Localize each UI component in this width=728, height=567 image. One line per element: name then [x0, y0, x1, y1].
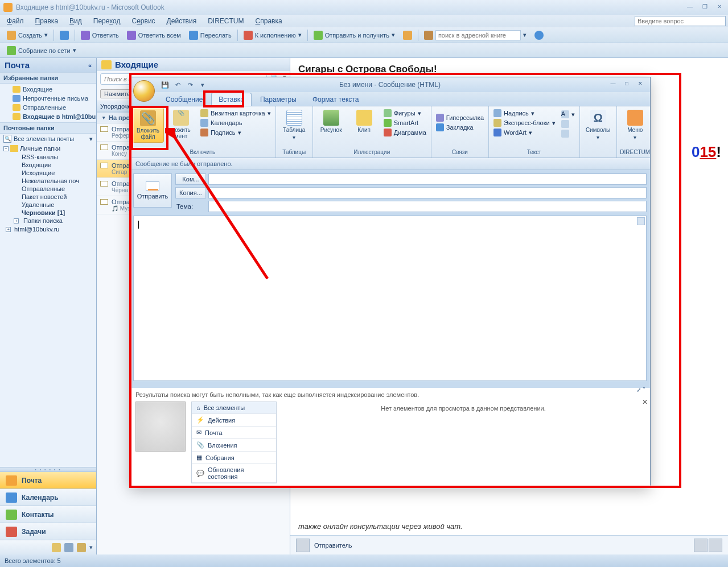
tree-junk[interactable]: Нежелательная поч [0, 177, 96, 185]
quickparts-button[interactable]: Экспресс-блоки ▾ [491, 118, 558, 127]
menu-edit[interactable]: Правка [31, 16, 63, 26]
people-tab-mail[interactable]: ✉Почта [192, 427, 276, 439]
people-tab-all[interactable]: ⌂Все элементы [192, 402, 276, 414]
hyperlink-button[interactable]: Гиперссылка [434, 113, 486, 122]
create-button[interactable]: Создать ▾ [3, 30, 51, 41]
tree-outbox[interactable]: Исходящие [0, 169, 96, 177]
send-button[interactable]: Отправить [133, 173, 172, 208]
bizcard-button[interactable]: Визитная карточка ▾ [198, 109, 273, 118]
chart-button[interactable]: Диаграмма [381, 128, 429, 137]
nav-contacts[interactable]: Контакты [0, 506, 96, 523]
shapes-button[interactable]: Фигуры ▾ [381, 109, 429, 118]
menu-service[interactable]: Сервис [127, 16, 159, 26]
fav-account-inbox[interactable]: Входящие в html@10buk [0, 112, 96, 121]
to-button[interactable]: Ком... [175, 173, 206, 185]
all-mail-items[interactable]: 🔍Все элементы почты▾ [0, 134, 96, 144]
to-input[interactable] [208, 173, 647, 185]
tree-deleted[interactable]: Удаленные [0, 201, 96, 209]
menu-view[interactable]: Вид [65, 16, 87, 26]
menu-help[interactable]: Справка [251, 16, 287, 26]
tree-drafts[interactable]: Черновики [1] [0, 209, 96, 217]
netmeeting-button[interactable]: Собрание по сети ▾ [3, 45, 80, 56]
address-search-input[interactable] [435, 30, 521, 40]
tree-account[interactable]: +html@10bukv.ru [0, 225, 96, 234]
forward-button[interactable]: Переслать [186, 30, 235, 41]
nav-splitter[interactable]: • • • • • • [0, 467, 96, 471]
picture-button[interactable]: Рисунок [315, 107, 347, 135]
people-tab-actions[interactable]: ⚡Действия [192, 414, 276, 427]
menu-directum[interactable]: DIRECTUM [203, 16, 248, 26]
clip-button[interactable]: Клип [348, 107, 380, 135]
restore-button[interactable]: ❐ [700, 3, 710, 11]
dropcap-button[interactable]: A▾ [559, 110, 577, 119]
nav-shortcuts-icon[interactable] [77, 543, 86, 552]
tree-search-folders[interactable]: +Папки поиска [0, 217, 96, 225]
qa-redo-icon[interactable]: ↷ [184, 79, 196, 90]
directum-menu-button[interactable]: Меню ▾ [619, 107, 651, 143]
nav-mail[interactable]: Почта [0, 471, 96, 489]
close-button[interactable]: ✕ [714, 3, 725, 11]
object-button[interactable] [559, 129, 577, 138]
qa-save-icon[interactable]: 💾 [159, 79, 171, 90]
subject-input[interactable] [208, 201, 647, 212]
print-button[interactable] [56, 30, 72, 41]
bookmark-button[interactable]: Закладка [434, 123, 486, 132]
reply-all-button[interactable]: Ответить всем [124, 30, 184, 41]
people-icon[interactable] [709, 539, 722, 552]
calendar-button[interactable]: Календарь [198, 118, 273, 127]
tab-params[interactable]: Параметры [253, 93, 304, 106]
help-button[interactable] [531, 30, 547, 41]
followup-button[interactable]: К исполнению ▾ [240, 30, 305, 41]
compose-close-button[interactable]: ✕ [634, 81, 647, 89]
reply-button[interactable]: Ответить [77, 30, 122, 41]
expand-people-pane-icon[interactable]: ⤢ ˅ [636, 387, 645, 393]
compose-minimize-button[interactable]: — [607, 81, 619, 89]
office-button[interactable] [133, 80, 155, 102]
question-input[interactable] [635, 16, 726, 26]
symbols-button[interactable]: ΩСимволы ▾ [582, 107, 614, 143]
cc-button[interactable]: Копия... [175, 187, 206, 198]
collapse-nav-icon[interactable]: « [88, 62, 92, 69]
datetime-button[interactable] [559, 119, 577, 129]
people-tab-attachments[interactable]: 📎Вложения [192, 439, 276, 452]
nav-configure-icon[interactable]: ▾ [89, 544, 93, 551]
cc-input[interactable] [208, 187, 647, 198]
people-tab-meetings[interactable]: ▦Собрания [192, 452, 276, 464]
people-tab-status[interactable]: 💬Обновления состояния [192, 464, 276, 483]
fav-inbox[interactable]: Входящие [0, 85, 96, 94]
compose-maximize-button[interactable]: □ [620, 81, 633, 89]
send-receive-button[interactable]: Отправить и получить ▾ [310, 30, 398, 41]
tree-rss[interactable]: RSS-каналы [0, 153, 96, 161]
sync-button[interactable] [400, 30, 416, 41]
tree-personal-folders[interactable]: −Личные папки [0, 144, 96, 153]
people-icon[interactable] [694, 539, 708, 552]
menu-actions[interactable]: Действия [162, 16, 201, 26]
tab-insert[interactable]: Вставка [211, 93, 252, 106]
attach-item-button[interactable]: 📎ложить мент [165, 107, 197, 142]
menu-file[interactable]: Файл [2, 16, 28, 26]
fav-unread[interactable]: Непрочтенные письма [0, 94, 96, 103]
close-notice-icon[interactable]: ✕ [642, 398, 648, 406]
tree-inbox[interactable]: Входящие [0, 161, 96, 169]
compose-body-editor[interactable] [133, 216, 647, 381]
tab-message[interactable]: Сообщение [158, 93, 210, 106]
nav-notes-icon[interactable] [52, 543, 61, 552]
fav-sent[interactable]: Отправленные [0, 103, 96, 112]
tree-sent[interactable]: Отправленные [0, 185, 96, 193]
qa-more-icon[interactable]: ▾ [197, 79, 208, 90]
wordart-button[interactable]: WordArt ▾ [491, 128, 558, 137]
nav-folders-icon[interactable] [64, 543, 73, 552]
address-book-button[interactable]: ▾ [421, 29, 530, 42]
signature-button[interactable]: Подпись ▾ [198, 128, 273, 137]
nav-calendar[interactable]: Календарь [0, 489, 96, 506]
minimize-button[interactable]: — [685, 3, 695, 11]
menu-go[interactable]: Переход [89, 16, 125, 26]
attach-file-button[interactable]: Вложить файл [132, 107, 164, 143]
qa-undo-icon[interactable]: ↶ [172, 79, 183, 90]
nav-tasks[interactable]: Задачи [0, 523, 96, 540]
tab-format[interactable]: Формат текста [305, 93, 366, 106]
tree-news[interactable]: Пакет новостей [0, 193, 96, 201]
smartart-button[interactable]: SmartArt [381, 118, 429, 127]
textbox-button[interactable]: Надпись ▾ [491, 109, 558, 118]
table-button[interactable]: Таблица ▾ [278, 107, 310, 143]
